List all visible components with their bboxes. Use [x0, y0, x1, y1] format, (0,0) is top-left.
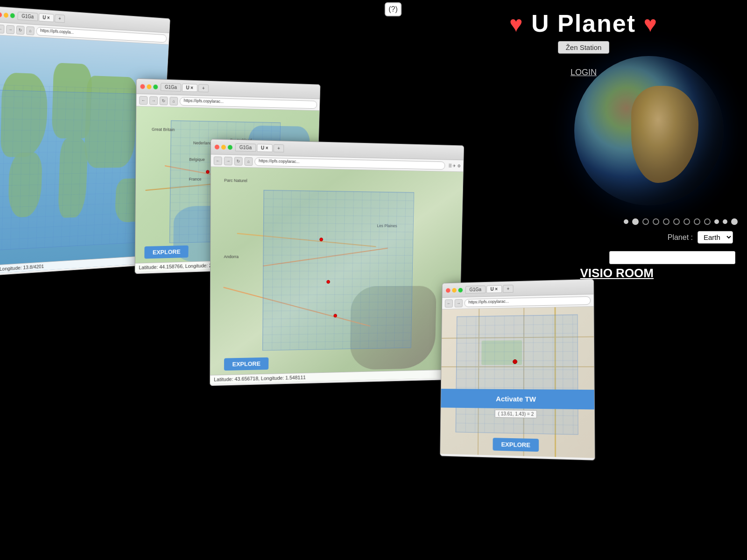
refresh-btn[interactable]: ↻ — [16, 25, 25, 35]
tab-g1g-city[interactable]: G1Ga — [465, 286, 486, 294]
url-bar-eu[interactable]: https://ipfs.copylarac... — [180, 97, 317, 109]
dot-0[interactable] — [624, 219, 628, 224]
fr-label-andorra: Andorra — [224, 254, 239, 259]
explore-btn-eu[interactable]: EXPLORE — [144, 245, 189, 259]
minimize-btn-fr[interactable] — [221, 145, 226, 149]
tab-u[interactable]: U × — [39, 13, 54, 22]
eu-label-fr: France — [189, 177, 202, 182]
tab-add-fr[interactable]: + — [273, 144, 284, 153]
tab-add-city[interactable]: + — [503, 285, 514, 293]
window-controls — [0, 12, 15, 18]
city-tab-bar: G1Ga U × + — [465, 285, 514, 294]
dot-5[interactable] — [673, 218, 680, 225]
city-map-content: ( 13.61, 1.43) = 2 Activate TW EXPLORE — [440, 307, 594, 458]
url-bar-city[interactable]: https://ipfs.copylarac... — [465, 296, 591, 307]
city-map-bg: ( 13.61, 1.43) = 2 — [440, 307, 594, 458]
visio-room-link[interactable]: VISIO ROOM — [580, 266, 654, 280]
dot-4[interactable] — [663, 218, 669, 225]
minimize-btn-eu[interactable] — [147, 84, 151, 89]
fr-marker-1 — [319, 238, 323, 241]
title-text: U Planet — [531, 10, 636, 37]
tab-g1g[interactable]: G1Ga — [17, 12, 38, 21]
home-btn-fr[interactable]: ⌂ — [244, 157, 253, 166]
maximize-btn[interactable] — [10, 13, 15, 18]
carousel-dots — [624, 218, 738, 225]
activate-tw-button[interactable]: Activate TW — [441, 389, 594, 409]
tab-u-eu[interactable]: U × — [182, 84, 197, 92]
refresh-btn-eu[interactable]: ↻ — [160, 96, 168, 105]
header-area: ♥ U Planet ♥ Žen Station LOGIN — [420, 0, 747, 87]
eu-marker — [206, 170, 210, 174]
close-btn[interactable] — [0, 12, 2, 17]
dot-2[interactable] — [642, 218, 649, 225]
help-button[interactable]: (?) — [385, 2, 402, 16]
window-controls-eu — [140, 84, 158, 89]
tab-u-fr[interactable]: U × — [257, 144, 272, 152]
city-map-window: G1Ga U × + ← → https://ipfs.copylarac... — [440, 279, 595, 461]
heart-right-icon: ♥ — [643, 12, 658, 36]
tab-add[interactable]: + — [55, 14, 65, 23]
close-btn-eu[interactable] — [140, 84, 145, 89]
dot-9[interactable] — [714, 219, 719, 224]
back-btn-eu[interactable]: ← — [139, 96, 148, 105]
france-terrain: Parc Naturel Andorra Les Plaines — [210, 167, 463, 384]
back-btn[interactable]: ← — [0, 24, 5, 34]
fr-grid-area — [262, 189, 415, 350]
zen-station-button[interactable]: Žen Station — [558, 41, 610, 54]
eu-label-nl: Nederland — [193, 140, 212, 145]
app-title: ♥ U Planet ♥ — [434, 9, 733, 37]
maximize-btn-eu[interactable] — [153, 84, 158, 89]
france-map-window: G1Ga U × + ← → ↻ ⌂ https://ipfs.copylara… — [210, 139, 464, 386]
icons-fr: ☰ ✈ ⚙ — [448, 163, 460, 168]
back-btn-fr[interactable]: ← — [214, 156, 222, 165]
search-input-bar[interactable] — [609, 251, 735, 264]
dot-3[interactable] — [653, 218, 659, 225]
dot-6[interactable] — [684, 218, 690, 225]
close-btn-city[interactable] — [446, 288, 451, 293]
dot-11[interactable] — [731, 218, 738, 225]
tab-u-city[interactable]: U × — [486, 285, 502, 293]
dot-1[interactable] — [632, 218, 639, 225]
fr-tab-bar: G1Ga U × + — [235, 143, 284, 153]
africa-continent — [631, 86, 698, 183]
explore-btn-fr[interactable]: EXPLORE — [224, 357, 269, 371]
forward-btn-city[interactable]: → — [455, 299, 463, 307]
dot-7[interactable] — [694, 218, 700, 225]
refresh-btn-fr[interactable]: ↻ — [234, 157, 243, 166]
tab-bar: G1Ga U × + — [17, 12, 65, 23]
forward-btn-eu[interactable]: → — [149, 96, 158, 105]
eu-tab-bar: G1Ga U × + — [161, 83, 209, 92]
window-controls-city — [446, 287, 463, 293]
dot-10[interactable] — [723, 219, 727, 224]
home-btn-eu[interactable]: ⌂ — [169, 97, 178, 105]
dot-8[interactable] — [704, 218, 711, 225]
tab-add-eu[interactable]: + — [198, 84, 209, 92]
fr-label-1: Parc Naturel — [224, 178, 247, 183]
fr-marker-3 — [333, 314, 337, 317]
minimize-btn-city[interactable] — [452, 288, 457, 293]
url-bar-fr[interactable]: https://ipfs.copylarac... — [254, 157, 445, 170]
maximize-btn-fr[interactable] — [228, 145, 233, 149]
back-btn-city[interactable]: ← — [445, 299, 453, 308]
minimize-btn[interactable] — [4, 13, 8, 18]
maximize-btn-city[interactable] — [458, 287, 463, 292]
planet-selector-area: Planet : Earth Mars Moon — [668, 231, 733, 244]
planet-label: Planet : — [668, 233, 693, 242]
explore-btn-city[interactable]: EXPLORE — [493, 438, 539, 452]
planet-select[interactable]: Earth Mars Moon — [698, 231, 733, 244]
forward-btn[interactable]: → — [6, 25, 14, 34]
heart-left-icon: ♥ — [509, 12, 524, 36]
home-btn[interactable]: ⌂ — [26, 26, 35, 35]
eu-label-gb: Great Britain — [152, 127, 175, 132]
tab-g1g-eu[interactable]: G1Ga — [161, 83, 181, 91]
tab-g1g-fr[interactable]: G1Ga — [235, 143, 256, 152]
eu-label-be: Belgique — [189, 157, 204, 162]
fr-marker-2 — [326, 280, 330, 284]
city-coord-text: ( 13.61, 1.43) = 2 — [495, 410, 537, 418]
forward-btn-fr[interactable]: → — [224, 156, 233, 165]
close-btn-fr[interactable] — [215, 144, 219, 149]
france-map-content: Parc Naturel Andorra Les Plaines — [210, 167, 463, 384]
login-link[interactable]: LOGIN — [434, 68, 733, 77]
window-controls-fr — [215, 144, 233, 149]
svg-rect-2 — [262, 190, 414, 350]
